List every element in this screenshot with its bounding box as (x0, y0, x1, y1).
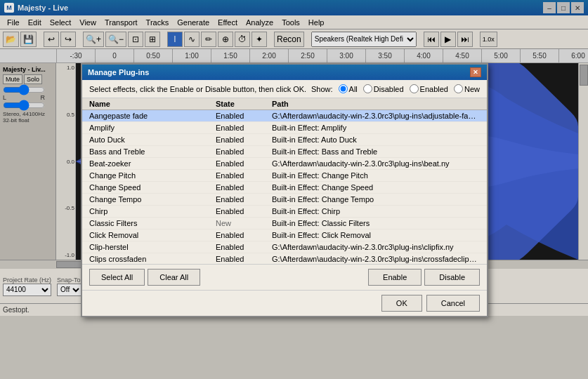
plugin-path: Built-in Effect: Change Speed (272, 183, 480, 192)
plugin-state: Enabled (216, 255, 272, 263)
plugin-path: Built-in Effect: Bass and Treble (272, 147, 480, 156)
show-disabled-label: Disabled (374, 85, 404, 93)
plugin-path: G:\Afterdawn\audacity-win-2.3.0rc3\plug-… (272, 159, 480, 168)
dialog-table-header: Name State Path (82, 98, 487, 110)
plugin-path: G:\Afterdawn\audacity-win-2.3.0rc3\plug-… (272, 243, 480, 251)
show-label: Show: (311, 85, 333, 93)
show-new-option[interactable]: New (454, 84, 480, 93)
plugin-row[interactable]: Aangepaste fadeEnabledG:\Afterdawn\audac… (82, 110, 487, 122)
plugin-row[interactable]: AmplifyEnabledBuilt-in Effect: Amplify (82, 122, 487, 134)
select-all-button[interactable]: Select All (89, 269, 145, 286)
dialog-ok-cancel: OK Cancel (82, 290, 487, 316)
dialog-title-bar: Manage Plug-ins ✕ (82, 65, 487, 80)
enable-button[interactable]: Enable (368, 269, 422, 286)
plugin-path: Built-in Effect: Change Pitch (272, 171, 480, 180)
plugin-state: Enabled (216, 159, 272, 168)
plugin-name: Classic Filters (89, 219, 216, 227)
plugin-path: Built-in Effect: Amplify (272, 124, 480, 132)
plugin-name: Aangepaste fade (89, 112, 216, 120)
plugin-name: Change Pitch (89, 171, 216, 180)
plugin-name: Chirp (89, 207, 216, 215)
col-state-header: State (216, 100, 272, 108)
plugin-path: Built-in Effect: Click Removal (272, 231, 480, 239)
plugin-path: G:\Afterdawn\audacity-win-2.3.0rc3\plug-… (272, 255, 480, 263)
disable-button[interactable]: Disable (424, 269, 480, 286)
plugin-name: Clips crossfaden (89, 255, 216, 263)
show-enabled-option[interactable]: Enabled (410, 84, 448, 93)
plugin-name: Change Speed (89, 183, 216, 192)
dialog-instruction: Select effects, click the Enable or Disa… (89, 85, 306, 93)
plugin-row[interactable]: ChirpEnabledBuilt-in Effect: Chirp (82, 206, 487, 218)
plugin-state: Enabled (216, 231, 272, 239)
plugin-row[interactable]: Bass and TrebleEnabledBuilt-in Effect: B… (82, 146, 487, 158)
show-all-label: All (349, 85, 358, 93)
show-disabled-radio[interactable] (363, 84, 372, 93)
plugin-state: Enabled (216, 207, 272, 215)
show-radio-group: Show: All Disabled Enabled New (311, 84, 480, 93)
plugin-row[interactable]: Click RemovalEnabledBuilt-in Effect: Cli… (82, 230, 487, 241)
plugin-name: Beat-zoeker (89, 159, 216, 168)
plugin-name: Change Tempo (89, 195, 216, 204)
dialog-header: Select effects, click the Enable or Disa… (82, 80, 487, 98)
plugin-path: Built-in Effect: Change Tempo (272, 195, 480, 204)
col-name-header: Name (89, 100, 216, 108)
plugin-state: Enabled (216, 195, 272, 204)
plugin-name: Clip-herstel (89, 243, 216, 251)
dialog-title-text: Manage Plug-ins (88, 68, 149, 77)
plugin-state: Enabled (216, 147, 272, 156)
clear-all-button[interactable]: Clear All (148, 269, 200, 286)
plugin-state: Enabled (216, 183, 272, 192)
plugin-row[interactable]: Classic FiltersNewBuilt-in Effect: Class… (82, 218, 487, 230)
plugin-row[interactable]: Change SpeedEnabledBuilt-in Effect: Chan… (82, 182, 487, 194)
plugin-state: Enabled (216, 112, 272, 120)
plugin-row[interactable]: Auto DuckEnabledBuilt-in Effect: Auto Du… (82, 134, 487, 146)
plugin-path: G:\Afterdawn\audacity-win-2.3.0rc3\plug-… (272, 112, 480, 120)
plugin-name: Auto Duck (89, 135, 216, 144)
plugin-row[interactable]: Change PitchEnabledBuilt-in Effect: Chan… (82, 170, 487, 182)
show-new-label: New (464, 85, 480, 93)
show-all-radio[interactable] (339, 84, 348, 93)
ok-button[interactable]: OK (381, 295, 422, 312)
plugin-path: Built-in Effect: Auto Duck (272, 135, 480, 144)
show-disabled-option[interactable]: Disabled (363, 84, 404, 93)
show-new-radio[interactable] (454, 84, 463, 93)
show-enabled-label: Enabled (420, 85, 448, 93)
plugin-row[interactable]: Clip-herstelEnabledG:\Afterdawn\audacity… (82, 241, 487, 253)
plugin-path: Built-in Effect: Chirp (272, 207, 480, 215)
dialog-footer: Select All Clear All Enable Disable (82, 265, 487, 290)
manage-plugins-dialog: Manage Plug-ins ✕ Select effects, click … (81, 63, 488, 317)
plugin-name: Click Removal (89, 231, 216, 239)
plugin-state: Enabled (216, 124, 272, 132)
plugin-name: Bass and Treble (89, 147, 216, 156)
cancel-button[interactable]: Cancel (426, 295, 480, 312)
plugin-state: Enabled (216, 243, 272, 251)
plugin-state: New (216, 219, 272, 227)
plugin-row[interactable]: Beat-zoekerEnabledG:\Afterdawn\audacity-… (82, 158, 487, 170)
plugin-name: Amplify (89, 124, 216, 132)
dialog-close-button[interactable]: ✕ (470, 67, 481, 77)
show-enabled-radio[interactable] (410, 84, 419, 93)
col-path-header: Path (272, 100, 480, 108)
plugin-state: Enabled (216, 171, 272, 180)
plugin-row[interactable]: Change TempoEnabledBuilt-in Effect: Chan… (82, 194, 487, 206)
footer-left-buttons: Select All Clear All (89, 269, 200, 286)
show-all-option[interactable]: All (339, 84, 358, 93)
plugin-list[interactable]: Aangepaste fadeEnabledG:\Afterdawn\audac… (82, 110, 487, 265)
plugin-path: Built-in Effect: Classic Filters (272, 219, 480, 227)
footer-right-buttons: Enable Disable (368, 269, 480, 286)
plugin-state: Enabled (216, 135, 272, 144)
plugin-row[interactable]: Clips crossfadenEnabledG:\Afterdawn\auda… (82, 253, 487, 265)
dialog-overlay: Manage Plug-ins ✕ Select effects, click … (0, 0, 588, 379)
